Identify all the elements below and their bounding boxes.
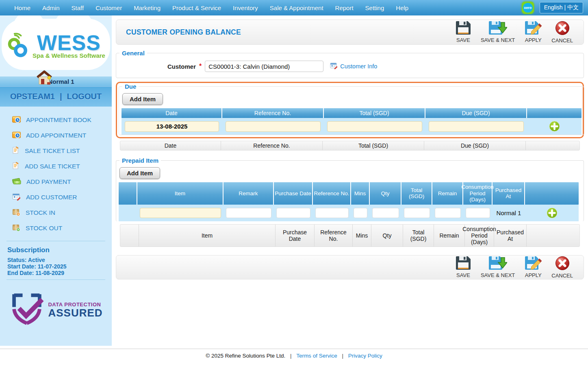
save-and-next-button-top[interactable]: SAVE & NEXT [481,21,515,43]
user-bar: OPSTEAM1 | LOGOUT [0,86,112,107]
due-highlight-box: Due Add Item Date Reference No. Total (S… [116,82,584,138]
add-customer-icon [12,193,21,202]
prepaid-total-input[interactable] [404,208,430,218]
language-switch-button[interactable]: English | 中文 [540,2,583,13]
sidebar-divider [7,241,105,241]
terms-of-service-link[interactable]: Terms of Service [296,353,337,359]
customer-label: Customer [167,63,196,70]
prepaid-col-item: Item [137,182,223,205]
sidebar-item-label: STOCK OUT [26,225,62,232]
prepaid-col-mins: Mins [351,182,370,205]
copyright-text: © 2025 Refine Solutions Pte Ltd. [206,353,285,359]
username-link[interactable]: OPSTEAM1 [10,92,55,101]
badge-line2: ASSURED [48,308,102,318]
prepaid-qty-input[interactable] [372,208,399,218]
customer-info-link[interactable]: Customer Info [330,62,377,70]
general-legend: General [119,50,147,57]
prepaid-foot-consumption: Consumption Period (Days) [465,225,494,247]
logo-title: WESS [37,33,101,53]
sidebar-item-add-appointment[interactable]: ADD APPOINTMENT [12,128,112,143]
prepaid-col-consumption: Consumption Period (Days) [463,182,493,205]
save-button-top[interactable]: SAVE [456,21,471,43]
general-section: General Customer * Customer Info [116,50,584,78]
customer-input[interactable] [205,61,323,72]
due-foot-date: Date [120,141,221,150]
prepaid-col-qty: Qty [370,182,401,205]
prepaid-foot-remain: Remain [434,225,465,247]
apply-button-bottom[interactable]: APPLY [525,256,542,278]
add-appointment-icon [12,131,21,140]
cancel-red-x-icon [555,21,570,37]
save-and-next-button-bottom[interactable]: SAVE & NEXT [481,256,515,278]
prepaid-remark-input[interactable] [226,208,271,218]
nav-item-inventory[interactable]: Inventory [233,4,258,11]
nav-item-marketing[interactable]: Marketing [134,4,161,11]
due-total-input[interactable] [327,121,422,132]
xero-icon[interactable]: xero [522,2,534,14]
due-add-item-button[interactable]: Add Item [122,93,163,105]
apply-button-top[interactable]: APPLY [525,21,542,43]
nav-item-setting[interactable]: Setting [365,4,384,11]
house-icon [36,70,53,88]
prepaid-add-item-button[interactable]: Add Item [119,167,160,179]
prepaid-consumption-input[interactable] [466,208,490,218]
nav-item-home[interactable]: Home [14,4,30,11]
save-button-bottom[interactable]: SAVE [456,256,471,278]
cancel-button-top[interactable]: CANCEL [551,21,573,44]
prepaid-col-remark: Remark [223,182,274,205]
prepaid-remain-input[interactable] [435,208,461,218]
due-table-header: Date Reference No. Total (SGD) Due (SGD) [122,108,581,118]
due-add-row-button[interactable] [549,121,560,132]
prepaid-item-input[interactable] [140,208,221,218]
prepaid-add-row-button[interactable] [547,207,558,218]
privacy-policy-link[interactable]: Privacy Policy [348,353,382,359]
action-buttons-top: SAVE SAVE & NEXT APPLY [451,21,578,44]
sidebar-item-stock-out[interactable]: STOCK OUT [12,220,112,236]
prepaid-foot-purchase-date: Purchase Date [276,225,315,247]
save-floppy-icon [456,256,471,271]
nav-item-product-service[interactable]: Product & Service [172,4,221,11]
nav-item-sale-appointment[interactable]: Sale & Appointment [270,4,323,11]
sidebar-item-add-payment[interactable]: ADD PAYMENT [12,174,112,190]
sidebar-item-label: STOCK IN [26,209,55,216]
cancel-button-bottom[interactable]: CANCEL [551,256,573,279]
nav-item-help[interactable]: Help [396,4,408,11]
page-header-panel: CUSTOMER OPENING BALANCE SAVE SAVE & NEX… [116,20,584,45]
due-date-input[interactable] [125,121,219,132]
due-due-input[interactable] [429,121,524,132]
nav-item-report[interactable]: Report [335,4,354,11]
nav-item-customer[interactable]: Customer [95,4,122,11]
sidebar-item-appointment-book[interactable]: APPOINTMENT BOOK [12,112,112,128]
footer-separator: | [290,353,292,359]
due-input-row [122,118,581,135]
sidebar-item-label: SALE TICKET LIST [25,147,80,155]
prepaid-section: Prepaid Item Add Item Item Remark Purcha… [116,157,584,221]
prepaid-col-reference: Reference No. [313,182,351,205]
sidebar-item-sale-ticket-list[interactable]: SALE TICKET LIST [12,143,112,159]
prepaid-reference-input[interactable] [315,208,349,218]
outlet-bar: Normal 1 [0,76,112,86]
due-reference-input[interactable] [226,121,321,132]
prepaid-legend: Prepaid Item [119,157,161,164]
subscription-info: Subscription Status: Active Start Date: … [0,244,112,276]
prepaid-purchase-date-input[interactable] [276,208,310,218]
sidebar-item-add-customer[interactable]: ADD CUSTOMER [12,190,112,205]
prepaid-col-purchase-date: Purchase Date [274,182,313,205]
sidebar-item-stock-in[interactable]: STOCK IN [12,205,112,220]
sidebar-item-add-sale-ticket[interactable]: ADD SALE TICKET [12,159,112,174]
logout-link[interactable]: LOGOUT [67,92,102,101]
appointment-book-icon [12,116,21,125]
due-col-reference: Reference No. [222,108,324,118]
save-next-floppy-arrow-icon [488,256,507,271]
nav-item-staff[interactable]: Staff [72,4,84,11]
prepaid-mins-input[interactable] [354,208,367,218]
logo-subtitle: Spa & Wellness Software [33,52,105,59]
prepaid-col-purchased-at: Purchased At [493,182,525,205]
action-buttons-bottom: SAVE SAVE & NEXT APPLY [451,256,578,279]
nav-item-admin[interactable]: Admin [42,4,60,11]
due-col-date: Date [122,108,222,118]
sidebar-item-label: ADD SALE TICKET [25,163,80,170]
page-title: CUSTOMER OPENING BALANCE [126,28,241,37]
stock-out-icon [12,224,20,233]
plus-icon [547,214,558,220]
